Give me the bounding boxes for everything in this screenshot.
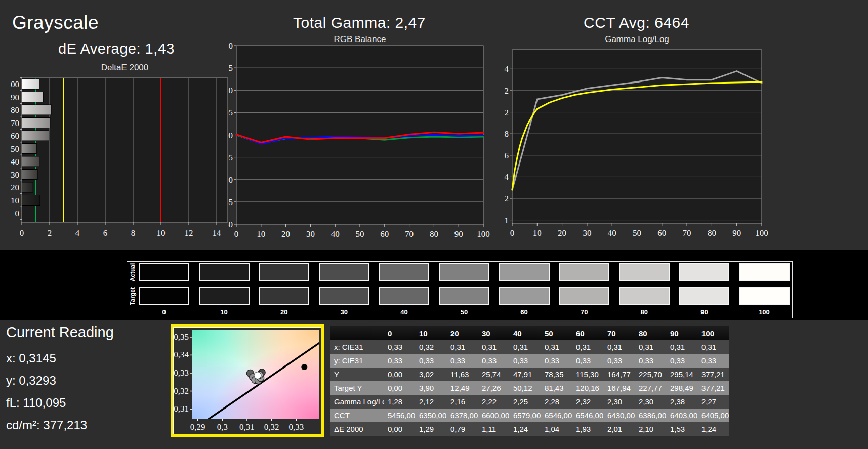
- table-cell: 0,31: [697, 340, 729, 354]
- table-column-header: 0: [384, 326, 415, 340]
- current-reading-fl: fL: 110,095: [6, 396, 66, 410]
- gamma-loglog-xtick-label: 60: [657, 228, 666, 238]
- table-cell: 0,33: [415, 354, 446, 368]
- table-cell: 6546,00: [572, 409, 603, 422]
- table-cell: 0,00: [384, 422, 415, 436]
- patch-swatch-target-50: [439, 287, 489, 305]
- table-cell: 0,31: [541, 340, 572, 354]
- gamma-loglog-ytick-label: 2: [505, 108, 509, 117]
- table-cell: 227,77: [635, 381, 666, 395]
- table-cell: 78,35: [541, 368, 572, 381]
- table-cell: 50,12: [509, 381, 541, 395]
- rgb-balance-xtick-label: 100: [477, 229, 490, 239]
- table-cell: 2,38: [666, 395, 697, 409]
- patch-swatch-actual-80: [619, 263, 670, 281]
- table-cell: 1,53: [666, 422, 697, 436]
- deltae-xtick-label: 8: [131, 228, 136, 238]
- table-cell: 164,77: [603, 368, 635, 381]
- patch-row-label-target: Target: [128, 287, 138, 305]
- table-cell: 0,33: [478, 354, 509, 368]
- table-cell: 2,32: [572, 395, 603, 409]
- cie-ytick-label: 0,35: [174, 332, 189, 342]
- grayscale-patch-strip: ActualTarget0102030405060708090100: [127, 261, 793, 318]
- table-cell: 2,01: [603, 422, 635, 436]
- deltae-ytick-label: 70: [11, 118, 19, 128]
- table-cell: 12,49: [446, 381, 478, 395]
- gamma-loglog-xtick-label: 20: [558, 228, 566, 238]
- deltae-chart-svg: 100908070605040302010002468101214: [10, 60, 243, 244]
- rgb-balance-xtick-label: 10: [257, 229, 265, 239]
- gamma-loglog-ytick-label: 2,2: [504, 86, 509, 96]
- table-cell: 2,28: [541, 395, 572, 409]
- gamma-loglog-ytick-label: 1,6: [504, 151, 509, 160]
- table-corner-cell: [330, 326, 384, 340]
- cie-ytick-label: 0,32: [174, 386, 189, 396]
- deltae-ytick-label: 90: [11, 93, 19, 102]
- table-cell: 1,93: [572, 422, 603, 436]
- table-cell: 0,00: [384, 368, 415, 381]
- table-cell: 377,21: [697, 381, 729, 395]
- deltae-xtick-label: 0: [20, 228, 24, 238]
- table-cell: 6386,00: [635, 409, 666, 422]
- table-cell: 0,33: [635, 354, 666, 368]
- deltae-xtick-label: 4: [75, 228, 80, 238]
- deltae-bar: [22, 118, 50, 128]
- table-cell: 0,31: [603, 340, 635, 354]
- table-cell: 0,31: [635, 340, 666, 354]
- rgb-balance-xtick-label: 50: [356, 229, 364, 239]
- rgb-balance-ytick-label: 90: [228, 175, 233, 185]
- page-title: Grayscale: [12, 12, 99, 33]
- deltae-bar: [22, 170, 38, 180]
- deltae-ytick-label: 30: [11, 170, 19, 180]
- deltae-bar: [22, 92, 44, 102]
- gamma-loglog-svg: 11,21,41,61,822,22,401020304050607080901…: [504, 30, 769, 240]
- cie-xtick-label: 0,31: [239, 422, 255, 432]
- patch-row-label-text: Target: [129, 287, 136, 305]
- table-cell: 295,14: [666, 368, 697, 381]
- table-cell: 6378,00: [446, 409, 478, 422]
- deltae-xtick-label: 2: [48, 228, 52, 238]
- cie-ytick-label: 0,34: [174, 350, 189, 359]
- table-cell: 6579,00: [509, 409, 541, 422]
- gamma-loglog-ytick-label: 2,4: [504, 64, 509, 74]
- table-cell: 6546,00: [541, 409, 572, 422]
- table-cell: 0,33: [572, 354, 603, 368]
- table-cell: 1,24: [509, 422, 541, 436]
- patch-swatch-target-100: [739, 287, 790, 305]
- patch-swatch-actual-70: [559, 263, 609, 281]
- deltae-bar: [22, 156, 39, 167]
- table-column-header: 30: [478, 326, 509, 340]
- deltae-ytick-label: 100: [10, 79, 19, 89]
- table-cell: 0,33: [384, 340, 415, 354]
- deltae-bar: [22, 195, 40, 206]
- cie-ytick-label: 0,31: [174, 404, 189, 414]
- gamma-loglog-xtick-label: 80: [708, 228, 716, 238]
- table-cell: 0,79: [446, 422, 478, 436]
- patch-label: 30: [319, 308, 369, 316]
- rgb-balance-ytick-label: 105: [228, 108, 233, 117]
- gamma-loglog-xtick-label: 100: [755, 228, 768, 238]
- table-cell: 0,33: [603, 354, 635, 368]
- table-cell: 2,25: [509, 395, 541, 409]
- deltae-ytick-label: 80: [11, 105, 19, 115]
- table-cell: 0,00: [384, 381, 415, 395]
- patch-label: 20: [259, 308, 309, 316]
- rgb-balance-xtick-label: 20: [281, 229, 290, 239]
- rgb-balance-xtick-label: 40: [331, 229, 340, 239]
- table-cell: 27,26: [478, 381, 509, 395]
- gamma-loglog-chart: Gamma Log/Log 11,21,41,61,822,22,4010203…: [504, 30, 769, 240]
- cct-avg-label: CCT Avg: 6464: [504, 14, 769, 31]
- deltae-bar: [22, 79, 39, 89]
- cie-xtick-label: 0,3: [217, 422, 228, 432]
- patch-swatch-target-10: [199, 287, 250, 305]
- current-reading-y: y: 0,3293: [6, 374, 56, 388]
- current-reading-x: x: 0,3145: [6, 351, 56, 365]
- table-cell: 1,29: [415, 422, 446, 436]
- table-column-header: 70: [603, 326, 635, 340]
- cie-point-current: [254, 372, 261, 379]
- table-row-label: Gamma Log/Log: [330, 395, 384, 409]
- deltae-bar: [22, 105, 52, 115]
- deltae-ytick-label: 10: [11, 196, 19, 206]
- table-cell: 0,31: [666, 340, 697, 354]
- deltae-xtick-label: 12: [185, 228, 193, 238]
